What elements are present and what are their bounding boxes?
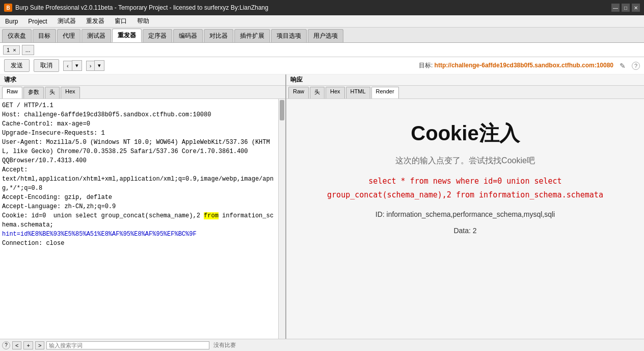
title-bar: B Burp Suite Professional v2.0.11beta - … <box>0 0 644 15</box>
bottom-help-icon[interactable]: ? <box>2 341 10 349</box>
help-icon[interactable]: ? <box>632 62 640 70</box>
response-tab-render[interactable]: Render <box>371 87 399 98</box>
no-match-label: 没有比赛 <box>213 341 236 349</box>
target-label: 目标: http://challenge-6affde19cd38b0f5.sa… <box>419 61 613 70</box>
tab-proxy[interactable]: 代理 <box>57 29 81 42</box>
request-body: GET / HTTP/1.1 Host: challenge-6affde19c… <box>0 99 285 339</box>
back-dropdown-button[interactable]: ▾ <box>72 60 82 71</box>
search-next-button[interactable]: > <box>35 341 44 349</box>
sub-tab-1[interactable]: 1 × <box>3 45 20 55</box>
response-code-block: select * from news where id=0 union sele… <box>327 174 603 202</box>
menu-help[interactable]: 帮助 <box>134 16 152 27</box>
bottom-search-bar: ? < + > 没有比赛 <box>0 339 644 351</box>
send-button[interactable]: 发送 <box>4 59 30 72</box>
main-content: 请求 Raw 参数 头 Hex GET / HTTP/1.1 Host: cha… <box>0 74 644 339</box>
request-tabs: Raw 参数 头 Hex <box>0 86 285 99</box>
response-panel: 响应 Raw 头 Hex HTML Render Cookie注入 这次的输入点… <box>286 74 644 339</box>
search-add-button[interactable]: + <box>23 341 33 349</box>
menu-window[interactable]: 窗口 <box>112 16 130 27</box>
maximize-button[interactable]: □ <box>622 4 630 12</box>
response-tab-headers[interactable]: 头 <box>310 87 325 98</box>
response-big-title: Cookie注入 <box>411 119 519 147</box>
edit-target-icon[interactable]: ✎ <box>620 62 626 70</box>
app-icon: B <box>4 4 12 12</box>
request-scrollbar[interactable] <box>278 99 285 339</box>
forward-dropdown-button[interactable]: ▾ <box>94 60 104 71</box>
request-tab-params[interactable]: 参数 <box>23 87 44 98</box>
tab-repeater[interactable]: 重发器 <box>112 29 142 42</box>
request-tab-hex[interactable]: Hex <box>61 87 80 98</box>
tab-extender[interactable]: 插件扩展 <box>234 29 270 42</box>
tab-intruder[interactable]: 测试器 <box>82 29 111 42</box>
request-text-area[interactable]: GET / HTTP/1.1 Host: challenge-6affde19c… <box>0 99 278 339</box>
target-url: http://challenge-6affde19cd38b0f5.sandbo… <box>435 62 613 69</box>
request-tab-headers[interactable]: 头 <box>45 87 60 98</box>
tab-decoder[interactable]: 编码器 <box>173 29 203 42</box>
search-input[interactable] <box>46 341 209 349</box>
window-controls: — □ ✕ <box>611 4 640 12</box>
main-tab-bar: 仪表盘 目标 代理 测试器 重发器 定序器 编码器 对比器 插件扩展 项目选项 … <box>0 28 644 43</box>
tab-project-options[interactable]: 项目选项 <box>271 29 307 42</box>
response-render-area: Cookie注入 这次的输入点变了。尝试找找Cookie吧 select * f… <box>286 99 644 339</box>
toolbar: 发送 取消 ‹ ▾ › ▾ 目标: http://challenge-6affd… <box>0 57 644 74</box>
request-panel: 请求 Raw 参数 头 Hex GET / HTTP/1.1 Host: cha… <box>0 74 286 339</box>
response-tab-html[interactable]: HTML <box>346 87 370 98</box>
forward-button[interactable]: › <box>86 61 95 71</box>
response-title: 响应 <box>286 74 644 86</box>
close-button[interactable]: ✕ <box>632 4 640 12</box>
response-subtitle: 这次的输入点变了。尝试找找Cookie吧 <box>395 156 535 166</box>
back-button[interactable]: ‹ <box>63 61 72 71</box>
back-nav-group: ‹ ▾ <box>63 60 82 71</box>
tab-dashboard[interactable]: 仪表盘 <box>2 29 32 42</box>
menu-tester[interactable]: 测试器 <box>55 16 79 27</box>
tab-comparer[interactable]: 对比器 <box>204 29 233 42</box>
response-code-line2: group_concat(schema_name),2 from informa… <box>327 188 603 202</box>
request-title: 请求 <box>0 74 285 86</box>
tab-target[interactable]: 目标 <box>33 29 56 42</box>
request-tab-raw[interactable]: Raw <box>2 87 22 98</box>
menu-project[interactable]: Project <box>25 17 50 26</box>
tab-sequencer[interactable]: 定序器 <box>143 29 172 42</box>
menu-bar: Burp Project 测试器 重发器 窗口 帮助 <box>0 15 644 28</box>
response-data-line: Data: 2 <box>453 227 476 235</box>
forward-nav-group: › ▾ <box>86 60 105 71</box>
tab-user-options[interactable]: 用户选项 <box>308 29 343 42</box>
response-tab-hex[interactable]: Hex <box>326 87 345 98</box>
menu-burp[interactable]: Burp <box>2 17 21 26</box>
response-tabs: Raw 头 Hex HTML Render <box>286 86 644 99</box>
window-title: Burp Suite Professional v2.0.11beta - Te… <box>15 4 269 11</box>
search-prev-button[interactable]: < <box>12 341 21 349</box>
sub-tab-more[interactable]: ... <box>22 45 34 55</box>
response-id-line: ID: information_schema,performance_schem… <box>375 210 555 218</box>
cancel-button[interactable]: 取消 <box>34 59 59 72</box>
response-tab-raw[interactable]: Raw <box>288 87 309 98</box>
scrollbar-thumb <box>280 100 284 120</box>
menu-repeater[interactable]: 重发器 <box>83 16 108 27</box>
minimize-button[interactable]: — <box>611 4 620 12</box>
response-code-line1: select * from news where id=0 union sele… <box>327 174 603 188</box>
sub-tab-bar: 1 × ... <box>0 43 644 57</box>
